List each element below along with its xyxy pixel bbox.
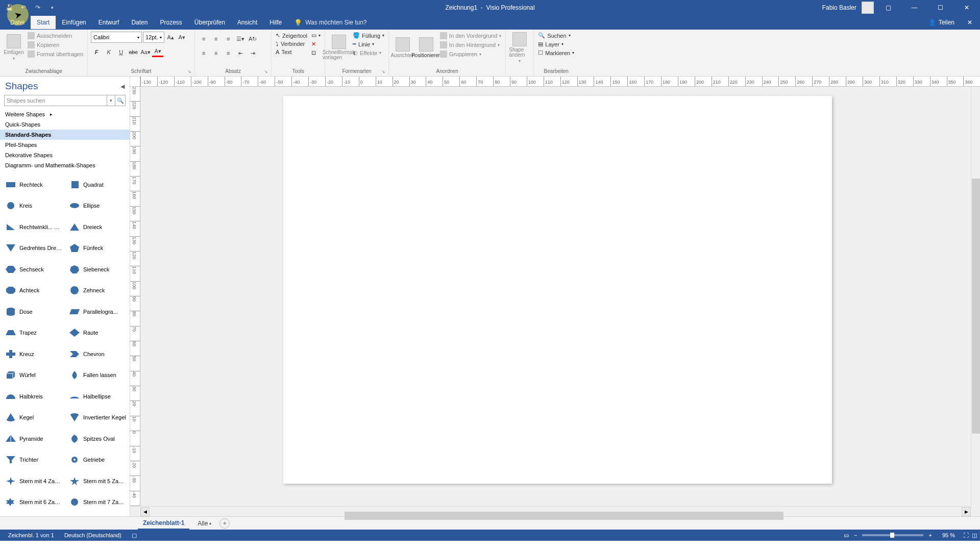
add-page-button[interactable]: +	[219, 518, 230, 529]
vertical-scrollbar[interactable]	[971, 87, 980, 506]
shape-item-decagon[interactable]: Zehneck	[66, 281, 130, 301]
tab-ueberpruefen[interactable]: Überprüfen	[188, 16, 231, 29]
font-name-combo[interactable]: Calibri▾	[91, 32, 142, 43]
bullets-icon[interactable]: ☰▾	[235, 34, 246, 44]
shape-item-star6[interactable]: Stern mit 6 Zacken	[2, 492, 66, 513]
undo-icon[interactable]: ↶	[18, 3, 29, 13]
stencil-quick-shapes[interactable]: Quick-Shapes	[0, 119, 130, 130]
shape-item-cone[interactable]: Kegel	[2, 408, 66, 428]
delete-connector-button[interactable]: ✕	[310, 40, 322, 48]
change-shape-button[interactable]: Shape ändern ▾	[509, 32, 530, 63]
shape-styles-dialog-launcher[interactable]: ↘	[381, 69, 387, 75]
shape-item-star7[interactable]: Stern mit 7 Zacken	[66, 492, 130, 513]
qat-customize-icon[interactable]: ▾	[47, 3, 57, 13]
align-bottom-icon[interactable]: ≡	[223, 34, 234, 44]
shape-item-drop[interactable]: Fallen lassen	[66, 365, 130, 386]
shapes-search-dropdown[interactable]: ▾	[107, 95, 115, 106]
copy-button[interactable]: Kopieren	[27, 41, 84, 49]
drawing-page[interactable]	[283, 96, 832, 484]
align-left-icon[interactable]: ≡	[198, 48, 209, 58]
status-language[interactable]: Deutsch (Deutschland)	[59, 532, 127, 538]
collapse-shapes-icon[interactable]: ◀	[120, 83, 125, 90]
shape-item-invcone[interactable]: Invertierter Kegel	[66, 408, 130, 428]
stencil-arrow-shapes[interactable]: Pfeil-Shapes	[0, 140, 130, 150]
font-color-button[interactable]: A▾	[152, 47, 163, 57]
stencil-more-shapes[interactable]: Weitere Shapes	[0, 109, 130, 119]
horizontal-scrollbar[interactable]: ◀ ▶	[140, 506, 971, 516]
shape-item-trap[interactable]: Trapez	[2, 323, 66, 343]
tab-start[interactable]: Start	[31, 16, 56, 29]
presentation-mode-icon[interactable]: ▭	[844, 532, 849, 539]
vscroll-thumb[interactable]	[972, 179, 980, 434]
shape-item-diamond[interactable]: Raute	[66, 323, 130, 343]
redo-icon[interactable]: ↷	[33, 3, 43, 13]
group-button[interactable]: Gruppieren▾	[439, 50, 502, 58]
strike-button[interactable]: abc	[128, 47, 139, 57]
font-size-combo[interactable]: 12pt.▾	[143, 32, 164, 43]
align-right-icon[interactable]: ≡	[223, 48, 234, 58]
shape-item-octagon[interactable]: Achteck	[2, 281, 66, 301]
align-top-icon[interactable]: ≡	[198, 34, 209, 44]
paste-button[interactable]: Einfügen ▾	[3, 32, 24, 63]
fit-page-icon[interactable]: ⛶	[963, 532, 969, 538]
stencil-standard-shapes[interactable]: Standard-Shapes	[0, 130, 130, 140]
tab-einfuegen[interactable]: Einfügen	[56, 16, 92, 29]
shape-item-hexagon[interactable]: Sechseck	[2, 259, 66, 280]
format-painter-button[interactable]: Format übertragen	[27, 50, 84, 58]
underline-button[interactable]: U	[115, 47, 127, 57]
paragraph-dialog-launcher[interactable]: ↘	[264, 69, 270, 75]
shape-item-pointoval[interactable]: Spitzes Oval	[66, 429, 130, 449]
shape-item-halfcircle[interactable]: Halbkreis	[2, 386, 66, 407]
macro-record-icon[interactable]: ▢	[127, 532, 142, 539]
shapes-search-input[interactable]: Shapes suchen	[4, 95, 107, 106]
shape-item-circle[interactable]: Kreis	[2, 196, 66, 216]
shape-item-cube[interactable]: Würfel	[2, 365, 66, 386]
send-back-button[interactable]: In den Hintergrund▾	[439, 41, 502, 49]
zoom-out-button[interactable]: −	[852, 532, 859, 538]
share-button[interactable]: 👤 Teilen	[924, 17, 959, 28]
shape-item-para[interactable]: Parallelogra...	[66, 302, 130, 322]
shape-item-rect[interactable]: Rechteck	[2, 174, 66, 195]
decrease-indent-icon[interactable]: ⇤	[235, 48, 246, 58]
page-tab-all[interactable]: Alle▴	[193, 518, 215, 529]
bring-front-button[interactable]: In den Vordergrund▾	[439, 32, 502, 40]
bold-button[interactable]: F	[91, 47, 102, 57]
ruler-vertical[interactable]: -40-30-20-100102030405060708090100110120…	[130, 87, 140, 506]
shrink-font-icon[interactable]: A▾	[177, 32, 187, 42]
shape-item-funnel[interactable]: Trichter	[2, 450, 66, 470]
tab-datei[interactable]: Datei	[4, 16, 31, 29]
hscroll-thumb[interactable]	[345, 512, 783, 520]
canvas-viewport[interactable]	[140, 87, 971, 506]
line-button[interactable]: ━Linie▾	[352, 40, 385, 48]
connection-point-button[interactable]: ⊡	[310, 49, 322, 57]
hscroll-left[interactable]: ◀	[140, 507, 150, 516]
select-button[interactable]: ☐Markieren▾	[537, 49, 575, 57]
shape-item-rotTri[interactable]: Gedrehtes Dreieck	[2, 238, 66, 259]
tab-entwurf[interactable]: Entwurf	[92, 16, 126, 29]
zoom-slider[interactable]	[862, 534, 923, 536]
page-tab-1[interactable]: Zeichenblatt-1	[138, 517, 189, 530]
shape-item-star5[interactable]: Stern mit 5 Zacken	[66, 471, 130, 491]
case-button[interactable]: Aa▾	[140, 47, 151, 57]
shape-item-halfellipse[interactable]: Halbellipse	[66, 386, 130, 407]
shape-item-can[interactable]: Dose	[2, 302, 66, 322]
shape-item-ellipse[interactable]: Ellipse	[66, 196, 130, 216]
font-dialog-launcher[interactable]: ↘	[187, 69, 193, 75]
tell-me-search[interactable]: 💡 Was möchten Sie tun?	[294, 19, 366, 27]
quick-styles-button[interactable]: Schnellformat-vorlagen	[328, 32, 350, 63]
shape-item-pentagon[interactable]: Fünfeck	[66, 238, 130, 259]
effects-button[interactable]: ◐Effekte▾	[352, 49, 385, 57]
shape-item-gear[interactable]: Getriebe	[66, 450, 130, 470]
shape-item-pyramid[interactable]: Pyramide	[2, 429, 66, 449]
align-middle-icon[interactable]: ≡	[210, 34, 222, 44]
find-button[interactable]: 🔍Suchen▾	[537, 32, 575, 39]
shape-item-tri[interactable]: Dreieck	[66, 217, 130, 237]
user-name[interactable]: Fabio Basler	[822, 4, 856, 11]
grow-font-icon[interactable]: A▴	[165, 32, 176, 42]
tab-hilfe[interactable]: Hilfe	[263, 16, 288, 29]
shape-item-chevron[interactable]: Chevron	[66, 344, 130, 364]
stencil-math-shapes[interactable]: Diagramm- und Mathematik-Shapes	[0, 160, 130, 170]
text-tool-button[interactable]: AText	[275, 48, 308, 56]
rotate-text-icon[interactable]: A↻	[247, 34, 258, 44]
fill-button[interactable]: 🪣Füllung▾	[352, 32, 385, 39]
